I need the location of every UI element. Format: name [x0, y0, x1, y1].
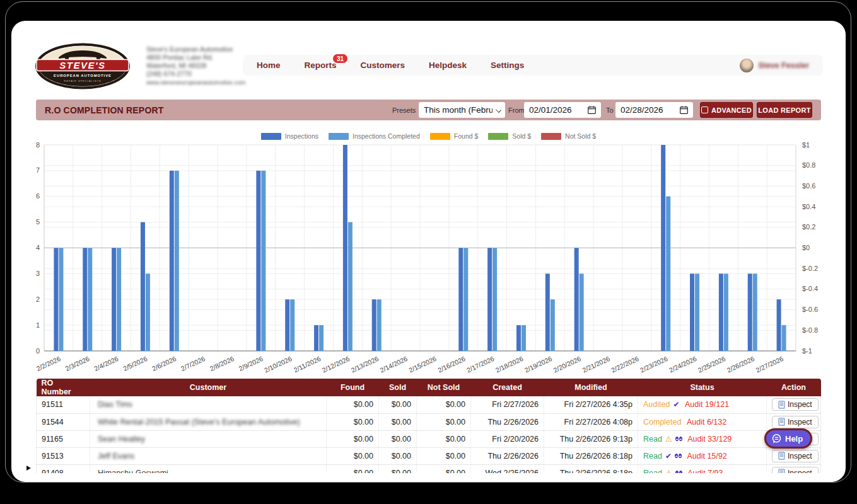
axis-tick-label: 2/9/2026: [238, 355, 264, 372]
legend-label: Not Sold $: [565, 132, 596, 140]
not-sold-cell: $0.00: [417, 464, 471, 473]
axis-tick-label: $0.4: [802, 203, 815, 210]
axis-tick-label: 2/23/2026: [639, 355, 669, 374]
address-line: (248) 674-2770: [146, 70, 245, 78]
not-sold-cell: $0.00: [417, 396, 471, 413]
customer-cell: White Rental-2015 Passat (Steve's Europe…: [90, 413, 327, 430]
address-line: www.steveseuropeanautomotive.com: [146, 78, 245, 86]
axis-tick-label: 6: [36, 192, 40, 200]
nav-item-reports[interactable]: Reports31: [305, 60, 337, 70]
axis-tick-label: 2/11/2026: [293, 355, 322, 374]
page-title: R.O COMPLETION REPORT: [45, 100, 164, 120]
table-row: 91544White Rental-2015 Passat (Steve's E…: [37, 413, 821, 430]
document-icon: [778, 469, 785, 473]
logo-title: STEVE'S: [59, 60, 105, 71]
axis-tick-label: 2/21/2026: [581, 355, 611, 374]
bar-inspections-completed: [261, 171, 265, 351]
load-report-button[interactable]: LOAD REPORT: [757, 102, 812, 118]
inspect-button[interactable]: Inspect: [772, 467, 819, 474]
axis-tick-label: $-0.8: [802, 326, 818, 334]
sold-cell: $0.00: [379, 430, 417, 447]
axis-tick-label: 2/17/2026: [465, 355, 496, 374]
company-address: Steve's European Automotive4800 Pontiac …: [146, 45, 245, 86]
bar-inspections: [112, 248, 116, 352]
chat-icon: [771, 433, 782, 444]
status-cell: Read⚠ Audit 7/93: [638, 464, 767, 473]
presets-dropdown[interactable]: This month (Februa: [419, 102, 505, 118]
action-cell: Inspect: [767, 413, 821, 430]
address-line: Waterford, MI 48328: [146, 62, 245, 70]
status-state: Audited: [643, 400, 670, 409]
nav-item-customers[interactable]: Customers: [361, 60, 405, 70]
column-header-action: Action: [767, 379, 821, 396]
ro-number-cell: 91408: [37, 464, 90, 473]
bar-inspections: [574, 248, 579, 352]
bar-inspections: [285, 299, 289, 351]
nav-item-home[interactable]: Home: [257, 60, 281, 70]
column-header-found: Found: [327, 379, 379, 396]
bar-inspections: [545, 273, 550, 351]
bar-inspections: [487, 248, 492, 352]
bar-inspections-completed: [175, 171, 179, 351]
nav-item-settings[interactable]: Settings: [491, 60, 524, 70]
inspect-button[interactable]: Inspect: [772, 450, 819, 462]
eyes-icon: [675, 471, 682, 473]
not-sold-cell: $0.00: [417, 430, 471, 447]
axis-tick-label: 2/4/2026: [93, 355, 119, 372]
eyes-icon: [675, 437, 682, 441]
to-date-input[interactable]: 02/28/2026: [615, 102, 693, 118]
from-label: From: [508, 100, 525, 120]
inspect-button[interactable]: Inspect: [772, 416, 819, 428]
user-chip[interactable]: Steve Fessler: [740, 59, 809, 72]
ro-table: RO NumberCustomerFoundSoldNot SoldCreate…: [36, 379, 821, 473]
ro-table-container[interactable]: RO NumberCustomerFoundSoldNot SoldCreate…: [36, 379, 821, 473]
nav-item-helpdesk[interactable]: Helpdesk: [429, 60, 467, 70]
warning-icon: ⚠: [665, 469, 672, 474]
address-line: 4800 Pontiac Lake Rd.: [146, 54, 245, 62]
status-audit: Audit 7/93: [685, 469, 723, 474]
found-cell: $0.00: [327, 396, 379, 413]
bar-inspections-completed: [319, 325, 324, 351]
address-line: Steve's European Automotive: [146, 45, 245, 54]
status-audit: Audit 33/129: [685, 435, 732, 444]
customer-name: White Rental-2015 Passat (Steve's Europe…: [98, 418, 300, 427]
not-sold-cell: $0.00: [417, 413, 471, 430]
not-sold-cell: $0.00: [417, 447, 471, 464]
from-date-input[interactable]: 02/01/2026: [524, 102, 601, 118]
user-avatar: [740, 59, 754, 72]
column-header-ro-number: RO Number: [37, 379, 90, 396]
axis-tick-label: 2/27/2026: [755, 355, 785, 374]
advanced-toggle-button[interactable]: ADVANCED: [700, 102, 753, 118]
ro-number-cell: 91513: [37, 447, 90, 464]
action-cell: Inspect: [767, 464, 821, 473]
nav-item-label: Helpdesk: [429, 60, 467, 70]
bar-inspections: [141, 222, 145, 351]
customer-cell: Himanshu Goswami: [90, 464, 327, 473]
axis-tick-label: $-1: [802, 347, 812, 355]
bar-inspections-completed: [753, 273, 757, 351]
bar-inspections-completed: [290, 299, 294, 351]
bar-inspections-completed: [117, 248, 121, 352]
modified-cell: Thu 2/26/2026 8:18p: [544, 464, 638, 473]
axis-tick-label: $-0.6: [802, 306, 818, 313]
inspect-button[interactable]: Inspect: [772, 398, 819, 411]
calendar-icon: [680, 106, 688, 114]
sold-cell: $0.00: [379, 413, 417, 430]
legend-item: Not Sold $: [541, 132, 596, 140]
status-audit: Audit 19/121: [682, 400, 729, 409]
help-button[interactable]: Help: [764, 428, 812, 449]
legend-swatch-icon: [329, 133, 349, 140]
nav-item-label: Settings: [491, 60, 524, 70]
axis-tick-label: 2/10/2026: [263, 355, 293, 374]
bar-inspections-completed: [551, 299, 555, 351]
advanced-checkbox[interactable]: [701, 106, 708, 113]
axis-tick-label: 2/20/2026: [552, 355, 583, 374]
axis-tick-label: 2/22/2026: [610, 355, 640, 374]
table-row: 91513Jeff Evans$0.00$0.00$0.00Thu 2/26/2…: [37, 447, 821, 464]
column-header-not-sold: Not Sold: [417, 379, 471, 396]
bar-inspections-completed: [522, 325, 526, 351]
bar-inspections-completed: [493, 248, 497, 352]
bar-inspections-completed: [666, 197, 670, 351]
axis-tick-label: 2/14/2026: [379, 355, 409, 374]
axis-tick-label: 2/2/2026: [35, 355, 62, 372]
